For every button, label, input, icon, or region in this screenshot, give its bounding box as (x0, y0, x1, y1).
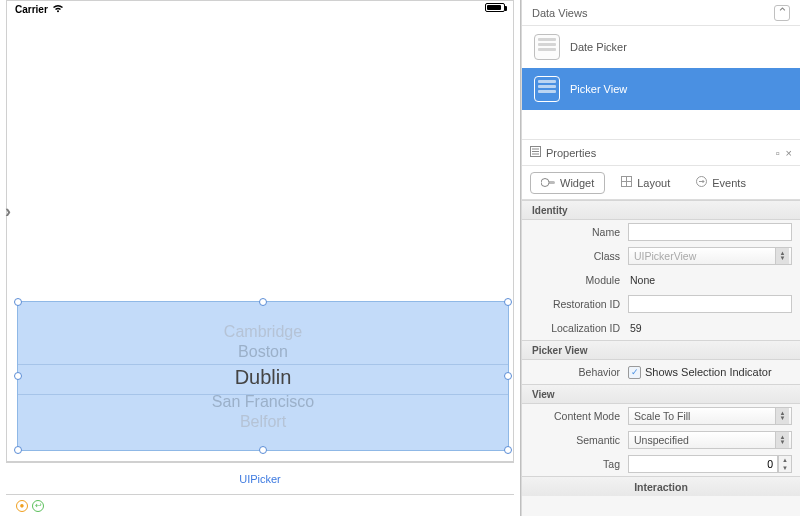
tag-input[interactable] (628, 455, 778, 473)
svg-point-5 (541, 178, 549, 186)
layout-tab-icon (621, 176, 632, 189)
localization-id-value: 59 (628, 322, 792, 334)
collapse-icon[interactable]: ⌃ (774, 5, 790, 21)
semantic-select[interactable]: Unspecified ▲▼ (628, 431, 792, 449)
events-tab-icon (696, 176, 707, 189)
section-identity: Identity (522, 200, 800, 220)
picker-row: Cambridge (18, 322, 508, 342)
scene-caption[interactable]: UIPicker (6, 462, 514, 494)
dock-exit-icon[interactable]: ↩ (32, 500, 44, 512)
segue-arrow-icon[interactable]: › (5, 201, 11, 222)
name-input[interactable] (628, 223, 792, 241)
shows-selection-indicator-checkbox[interactable]: ✓ (628, 366, 641, 379)
chevron-updown-icon: ▲▼ (775, 432, 789, 448)
scene-dock: ● ↩ (6, 494, 514, 516)
date-picker-icon (534, 34, 560, 60)
tab-layout[interactable]: Layout (611, 172, 680, 193)
module-value: None (628, 274, 792, 286)
tag-stepper[interactable]: ▲▼ (778, 455, 792, 473)
section-interaction: Interaction (522, 476, 800, 496)
popout-icon[interactable]: ▫ (776, 147, 780, 159)
battery-icon (485, 3, 505, 12)
close-icon[interactable]: × (786, 147, 792, 159)
data-views-header[interactable]: Data Views ⌃ (522, 0, 800, 26)
label-behavior: Behavior (530, 366, 620, 378)
restoration-id-input[interactable] (628, 295, 792, 313)
picker-row: Boston (18, 342, 508, 362)
properties-tabs: Widget Layout Events (522, 166, 800, 200)
carrier-label: Carrier (15, 4, 48, 15)
chevron-updown-icon: ▲▼ (775, 248, 789, 264)
label-tag: Tag (530, 458, 620, 470)
chevron-updown-icon: ▲▼ (775, 408, 789, 424)
properties-header: Properties ▫ × (522, 140, 800, 166)
label-class: Class (530, 250, 620, 262)
canvas-area[interactable]: Carrier › Cambri (0, 0, 521, 516)
properties-icon (530, 146, 541, 159)
picker-row: Belfort (18, 412, 508, 432)
tab-widget[interactable]: Widget (530, 172, 605, 194)
tab-events[interactable]: Events (686, 172, 756, 193)
section-picker-view: Picker View (522, 340, 800, 360)
picker-row: San Francisco (18, 392, 508, 412)
shows-selection-indicator-label: Shows Selection Indicator (645, 366, 772, 378)
ios-status-bar: Carrier (7, 1, 513, 17)
section-view: View (522, 384, 800, 404)
inspector-panel: Data Views ⌃ Date Picker Picker View Pro… (521, 0, 800, 516)
label-name: Name (530, 226, 620, 238)
data-views-item-picker-view[interactable]: Picker View (522, 68, 800, 110)
dock-file-owner-icon[interactable]: ● (16, 500, 28, 512)
label-localization-id: Localization ID (530, 322, 620, 334)
picker-view-icon (534, 76, 560, 102)
label-module: Module (530, 274, 620, 286)
content-mode-select[interactable]: Scale To Fill ▲▼ (628, 407, 792, 425)
label-content-mode: Content Mode (530, 410, 620, 422)
widget-tab-icon (541, 177, 555, 189)
picker-row-selected: Dublin (18, 362, 508, 392)
label-semantic: Semantic (530, 434, 620, 446)
label-restoration-id: Restoration ID (530, 298, 620, 310)
device-frame: Carrier › Cambri (6, 0, 514, 462)
wifi-icon (52, 4, 64, 15)
class-select[interactable]: UIPickerView ▲▼ (628, 247, 792, 265)
picker-view-widget[interactable]: Cambridge Boston Dublin San Francisco Be… (17, 301, 509, 451)
data-views-item-date-picker[interactable]: Date Picker (522, 26, 800, 68)
